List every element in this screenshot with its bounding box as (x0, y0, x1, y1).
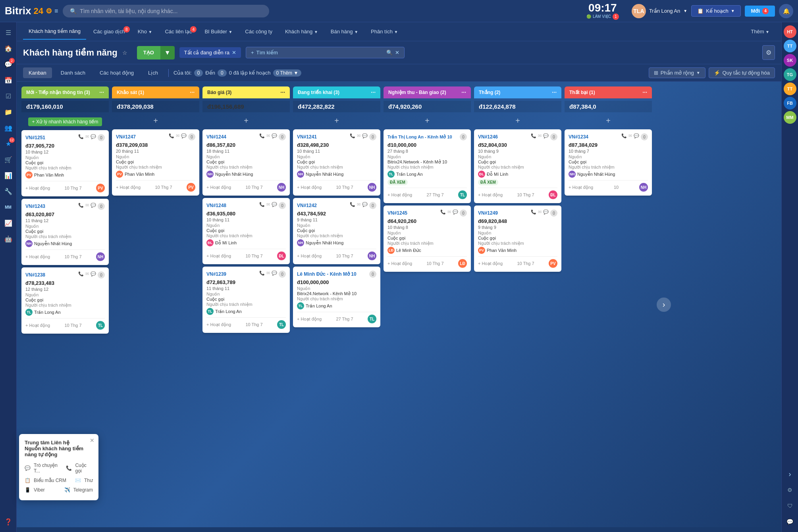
card-vn1241[interactable]: VN#1241 📞 ✉ 💬 0 đ328,498,230 10 tháng 11… (293, 129, 380, 196)
col-add-trienkhai[interactable]: + (293, 115, 380, 127)
settings-button[interactable]: ⚙ (762, 45, 775, 60)
card-vn1239[interactable]: VN#1239 📞 ✉ 💬 0 đ72,863,789 11 tháng 11 … (202, 267, 290, 333)
card-vn1234[interactable]: VN#1234 📞 ✉ 💬 0 đ87,384,029 10 tháng 7 N… (565, 129, 652, 196)
tab-kanban[interactable]: Kanban (23, 67, 52, 78)
nav-item-deals[interactable]: Các giao dịch8 (88, 24, 131, 39)
popup-item-form[interactable]: 📋 Biểu mẫu CRM ✉️ Thư (25, 476, 93, 485)
activity-link[interactable]: + Hoạt động (297, 185, 322, 190)
tab-list[interactable]: Danh sách (55, 67, 91, 78)
card-vn1244[interactable]: VN#1244 📞 ✉ 💬 0 đ86,357,820 18 tháng 11 … (202, 129, 290, 196)
nav-item-analytics[interactable]: Phân tích ▼ (365, 24, 403, 39)
sidebar-item-help[interactable]: ❓ (1, 515, 15, 529)
card-vn1243[interactable]: VN#1243 📞 ✉ 💬 0 đ63,020,807 11 tháng 12 … (21, 199, 109, 265)
search-bar[interactable]: 🔍 (63, 5, 269, 17)
activity-link[interactable]: + Hoạt động (206, 254, 231, 259)
activity-link[interactable]: + Hoạt động (297, 317, 322, 322)
col-menu-icon[interactable]: ⋯ (99, 90, 104, 95)
col-menu-icon[interactable]: ⋯ (461, 90, 466, 95)
sidebar-item-tools[interactable]: 🔧 (1, 184, 15, 198)
right-avatar-tt2[interactable]: TT (784, 83, 796, 95)
nav-item-more[interactable]: Thêm ▼ (745, 24, 775, 39)
card-leminh-kenh[interactable]: Lê Minh Đức - Kênh Mở 10 0 đ100,000,000 … (293, 267, 380, 327)
popup-item-viber[interactable]: 📱 Viber ✈️ Telegram (25, 485, 93, 495)
activity-link[interactable]: + Hoạt động (478, 192, 503, 198)
search-input[interactable] (80, 8, 262, 14)
nav-item-warehouse[interactable]: Kho ▼ (132, 24, 158, 39)
col-add-khaosat[interactable]: + (112, 115, 199, 127)
sidebar-item-shop[interactable]: 🛒 (1, 152, 15, 167)
nav-item-bi[interactable]: BI Builder ▼ (199, 24, 238, 39)
activity-link[interactable]: + Hoạt động (25, 323, 50, 328)
sidebar-item-files[interactable]: 📁 (1, 105, 15, 119)
sidebar-right-chat[interactable]: 💬 (783, 515, 797, 529)
nav-item-sales[interactable]: Bán hàng ▼ (325, 24, 364, 39)
popup-close-button[interactable]: ✕ (90, 437, 94, 444)
sidebar-item-contacts[interactable]: 👥 (1, 121, 15, 135)
sidebar-item-mm[interactable]: MM (1, 200, 15, 214)
card-vn1245[interactable]: VN#1245 📞 ✉ 💬 0 đ64,920,260 10 tháng 8 N… (384, 206, 471, 272)
tab-activities[interactable]: Các hoạt động (94, 67, 139, 78)
card-vn1246[interactable]: VN#1246 📞 ✉ 💬 0 đ52,804,030 10 tháng 9 N… (474, 129, 561, 203)
activity-link[interactable]: + Hoạt động (387, 192, 412, 198)
activity-link[interactable]: + Hoạt động (569, 185, 593, 190)
scroll-right-button[interactable]: › (653, 86, 674, 522)
nav-item-companies[interactable]: Các công ty (239, 24, 278, 39)
col-add-nghiemthu[interactable]: + (384, 115, 471, 127)
activity-link[interactable]: + Hoạt động (206, 322, 231, 327)
sidebar-item-reports[interactable]: 📊 (1, 168, 15, 182)
moi-button[interactable]: Mới 4 (745, 6, 775, 17)
scroll-right-icon[interactable]: › (783, 467, 797, 481)
search-filter-icon[interactable]: 🔍 (386, 50, 393, 56)
search-filter-clear[interactable]: ✕ (395, 50, 399, 56)
activity-link[interactable]: + Hoạt động (297, 254, 322, 259)
sidebar-right-shield[interactable]: 🛡 (783, 499, 797, 513)
col-add-thatbai[interactable]: + (565, 115, 652, 127)
sidebar-item-crm[interactable]: ★12 (1, 136, 15, 151)
sidebar-right-settings[interactable]: ⚙ (783, 483, 797, 497)
col-menu-icon[interactable]: ⋯ (190, 90, 195, 95)
activity-link[interactable]: + Hoạt động (387, 261, 412, 266)
filter-chip-close-icon[interactable]: ✕ (232, 50, 236, 56)
card-vn1251[interactable]: VN#1251 📞 ✉ 💬 0 đ37,905,720 10 tháng 12 … (21, 130, 109, 196)
search-filter[interactable]: + Tìm kiếm 🔍 ✕ (246, 47, 405, 58)
expand-button[interactable]: ⊞ Phần mở rộng ▼ (649, 67, 705, 78)
create-button[interactable]: TẠO (137, 46, 160, 60)
right-avatar-sk[interactable]: SK (784, 54, 796, 67)
right-avatar-ht[interactable]: HT (784, 25, 796, 38)
nav-item-customers[interactable]: Khách hàng ▼ (279, 24, 324, 39)
col-add-thang[interactable]: + (474, 115, 561, 127)
activity-link[interactable]: + Hoạt động (25, 186, 50, 191)
sidebar-item-calendar[interactable]: 📅 (1, 73, 15, 87)
sidebar-item-chat[interactable]: 💬2 (1, 57, 15, 71)
card-tranthi-kenh[interactable]: Trần Thị Long An - Kênh Mở 10 0 đ10,000,… (384, 129, 471, 203)
create-dropdown-button[interactable]: ▼ (160, 46, 175, 60)
activity-link[interactable]: + Hoạt động (478, 261, 503, 266)
right-avatar-tg[interactable]: TG (784, 68, 796, 81)
notifications-icon[interactable]: 🔔 (779, 4, 793, 18)
col-menu-icon[interactable]: ⋯ (280, 90, 285, 95)
card-vn1248[interactable]: VN#1248 📞 ✉ 💬 0 đ36,935,080 10 tháng 11 … (202, 198, 290, 264)
col-menu-icon[interactable]: ⋯ (642, 90, 647, 95)
filter-chip-all[interactable]: Tất cả đang diễn ra ✕ (179, 47, 241, 58)
nav-item-leads[interactable]: Khách hàng tiềm năng (23, 23, 86, 40)
activity-link[interactable]: + Hoạt động (206, 185, 231, 190)
col-menu-icon[interactable]: ⋯ (371, 90, 376, 95)
filter-them-btn[interactable]: 0 Thêm ▼ (273, 69, 302, 77)
card-vn1249[interactable]: VN#1249 📞 ✉ 💬 0 đ69,820,848 9 tháng 9 Ng… (474, 206, 561, 272)
col-menu-icon[interactable]: ⋯ (552, 90, 557, 95)
user-menu-button[interactable]: TLA Trần Long An ▼ (632, 4, 687, 18)
right-avatar-tt[interactable]: TT (784, 40, 796, 52)
sidebar-item-menu[interactable]: ☰ (1, 25, 15, 40)
sidebar-item-tasks[interactable]: ☑ (1, 89, 15, 103)
nav-item-contacts[interactable]: Các liên lạc4 (159, 24, 197, 39)
popup-item-chat[interactable]: 💬 Trò chuyện T... 📞 Cuộc gọi (25, 461, 93, 476)
col-add-moi[interactable]: + Xử lý nhanh khách hàng tiềm (21, 115, 109, 128)
kehoach-button[interactable]: 📋 Kế hoạch ▼ (691, 5, 740, 17)
right-avatar-mm[interactable]: MM (784, 111, 796, 124)
filter-mine-value[interactable]: 0 (194, 69, 203, 77)
sidebar-item-robot[interactable]: 🤖 (1, 232, 15, 246)
col-add-baogia[interactable]: + (202, 115, 290, 127)
card-vn1247[interactable]: VN#1247 📞 ✉ 💬 0 đ378,209,038 20 tháng 11… (112, 129, 199, 196)
favorite-star-icon[interactable]: ☆ (122, 50, 127, 56)
sidebar-item-analytics[interactable]: 📈 (1, 216, 15, 230)
